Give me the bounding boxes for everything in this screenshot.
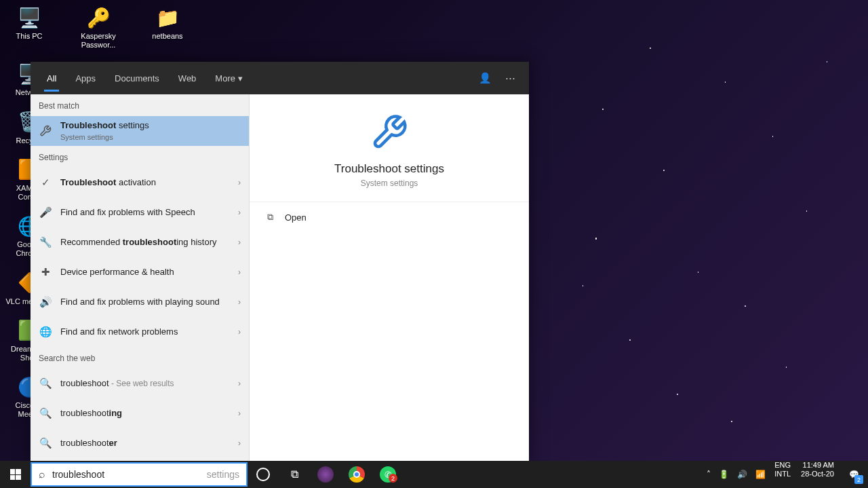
wrench-icon bbox=[370, 113, 408, 151]
web-result-3[interactable]: 🔍 troubleshooter › bbox=[31, 428, 249, 458]
result-sound[interactable]: 🔊 Find and fix problems with playing sou… bbox=[31, 287, 249, 317]
desktop-icon-netbeans[interactable]: 📁netbeans bbox=[144, 5, 191, 50]
chevron-up-icon: ˄ bbox=[707, 470, 711, 479]
taskbar-search-box[interactable]: ⌕ settings bbox=[31, 462, 248, 487]
preview-title: Troubleshoot settings bbox=[263, 162, 515, 176]
taskbar: ⌕ settings ⧉ ✆2 ˄ 🔋 🔊 📶 ENGINTL 11:49 AM… bbox=[0, 461, 868, 488]
taskbar-chrome[interactable] bbox=[341, 461, 372, 488]
tray-notifications[interactable]: 💬2 bbox=[840, 461, 868, 488]
taskbar-app-1[interactable] bbox=[310, 461, 341, 488]
result-troubleshoot-settings[interactable]: Troubleshoot settingsSystem settings bbox=[31, 116, 249, 146]
cortana-button[interactable] bbox=[248, 461, 279, 488]
result-troubleshoot-history[interactable]: 🔧 Recommended troubleshooting history › bbox=[31, 227, 249, 257]
task-view-button[interactable]: ⧉ bbox=[279, 461, 310, 488]
tab-more[interactable]: More▾ bbox=[207, 67, 251, 90]
tab-apps[interactable]: Apps bbox=[67, 67, 104, 90]
chevron-right-icon: › bbox=[238, 267, 241, 277]
app-icon bbox=[317, 466, 334, 483]
chevron-right-icon: › bbox=[238, 379, 241, 388]
section-web: Search the web bbox=[31, 347, 249, 369]
wifi-icon: 📶 bbox=[755, 470, 766, 479]
pc-icon: 🖥️ bbox=[17, 5, 41, 30]
search-icon: 🔍 bbox=[39, 436, 52, 450]
tray-volume[interactable]: 🔊 bbox=[733, 461, 751, 488]
wrench-icon bbox=[39, 124, 52, 138]
result-device-health[interactable]: ✚ Device performance & health › bbox=[31, 257, 249, 287]
taskbar-whatsapp[interactable]: ✆2 bbox=[372, 461, 403, 488]
volume-icon: 🔊 bbox=[737, 470, 747, 479]
tray-clock[interactable]: 11:49 AM28-Oct-20 bbox=[795, 461, 840, 488]
notification-count: 2 bbox=[854, 475, 863, 484]
chevron-right-icon: › bbox=[238, 438, 241, 448]
result-troubleshoot-activation[interactable]: ✓ Troubleshoot activation › bbox=[31, 168, 249, 198]
chevron-right-icon: › bbox=[238, 238, 241, 247]
notification-badge: 2 bbox=[389, 474, 397, 483]
task-view-icon: ⧉ bbox=[291, 468, 298, 481]
chevron-right-icon: › bbox=[238, 327, 241, 337]
chrome-icon bbox=[349, 466, 365, 483]
tray-wifi[interactable]: 📶 bbox=[751, 461, 770, 488]
search-input[interactable] bbox=[52, 469, 209, 480]
section-settings: Settings bbox=[31, 146, 249, 168]
search-icon: 🔍 bbox=[39, 407, 52, 420]
web-result-1[interactable]: 🔍 troubleshoot - See web results › bbox=[31, 369, 249, 398]
preview-subtitle: System settings bbox=[263, 179, 515, 188]
shield-icon: ✚ bbox=[39, 265, 52, 279]
open-icon: ⧉ bbox=[264, 212, 275, 223]
tab-documents[interactable]: Documents bbox=[106, 67, 167, 90]
open-button[interactable]: ⧉ Open bbox=[250, 202, 529, 232]
start-search-panel: All Apps Documents Web More▾ 👤 ⋯ Best ma… bbox=[31, 62, 529, 461]
check-circle-icon: ✓ bbox=[39, 176, 52, 189]
search-ghost-text: settings bbox=[207, 469, 239, 480]
tab-web[interactable]: Web bbox=[170, 67, 205, 90]
desktop-icon-kaspersky[interactable]: 🔑Kaspersky Passwor... bbox=[75, 5, 122, 50]
tab-all[interactable]: All bbox=[39, 67, 64, 90]
desktop-icon-this-pc[interactable]: 🖥️This PC bbox=[5, 5, 53, 50]
mic-icon: 🎤 bbox=[39, 206, 52, 219]
search-filter-tabs: All Apps Documents Web More▾ 👤 ⋯ bbox=[31, 62, 529, 94]
section-best-match: Best match bbox=[31, 94, 249, 116]
chevron-right-icon: › bbox=[238, 297, 241, 307]
tray-chevron-up[interactable]: ˄ bbox=[703, 461, 715, 488]
tray-battery[interactable]: 🔋 bbox=[715, 461, 733, 488]
key-icon: 🔑 bbox=[86, 5, 111, 30]
search-icon: ⌕ bbox=[39, 468, 45, 481]
web-result-2[interactable]: 🔍 troubleshooting › bbox=[31, 398, 249, 428]
search-icon: 🔍 bbox=[39, 377, 52, 390]
chevron-right-icon: › bbox=[238, 208, 241, 217]
windows-logo-icon bbox=[10, 469, 21, 480]
feedback-icon[interactable]: 👤 bbox=[473, 67, 497, 90]
whatsapp-icon: ✆2 bbox=[380, 466, 396, 483]
chevron-right-icon: › bbox=[238, 178, 241, 187]
result-speech[interactable]: 🎤 Find and fix problems with Speech › bbox=[31, 198, 249, 227]
system-tray: ˄ 🔋 🔊 📶 ENGINTL 11:49 AM28-Oct-20 💬2 bbox=[703, 461, 868, 488]
options-icon[interactable]: ⋯ bbox=[500, 67, 521, 90]
result-network[interactable]: 🌐 Find and fix network problems › bbox=[31, 317, 249, 347]
search-preview-pane: Troubleshoot settings System settings ⧉ … bbox=[249, 94, 529, 461]
folder-icon: 📁 bbox=[155, 5, 180, 30]
search-results-list: Best match Troubleshoot settingsSystem s… bbox=[31, 94, 249, 461]
chevron-down-icon: ▾ bbox=[238, 73, 243, 83]
battery-icon: 🔋 bbox=[719, 470, 729, 479]
wrench-icon: 🔧 bbox=[39, 236, 52, 249]
network-icon: 🌐 bbox=[39, 325, 52, 339]
chevron-right-icon: › bbox=[238, 409, 241, 418]
tray-language[interactable]: ENGINTL bbox=[770, 461, 795, 488]
sound-icon: 🔊 bbox=[39, 295, 52, 309]
cortana-icon bbox=[256, 468, 270, 481]
start-button[interactable] bbox=[0, 461, 31, 488]
